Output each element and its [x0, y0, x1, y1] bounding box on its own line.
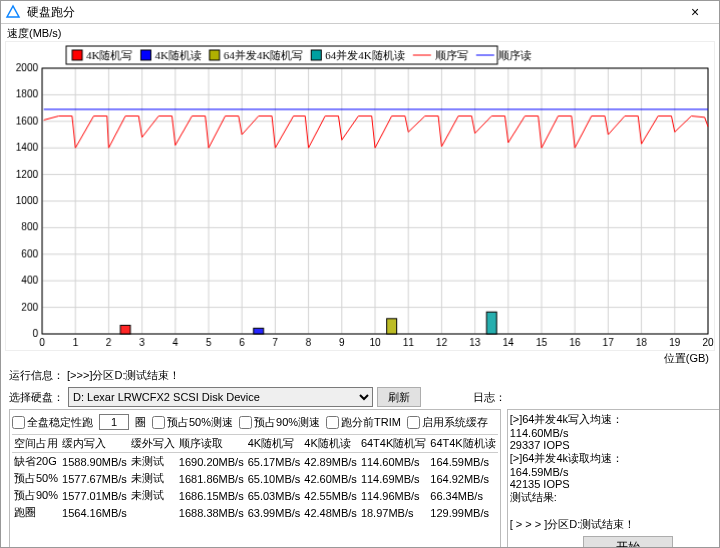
disk-label: 选择硬盘： [9, 390, 64, 405]
runinfo-row: 运行信息： [>>>]分区D:测试结束！ [5, 366, 715, 385]
table-row: 缺省20G1588.90MB/s未测试1690.20MB/s65.17MB/s4… [12, 453, 498, 471]
table-row: 预占90%1577.01MB/s未测试1686.15MB/s65.03MB/s4… [12, 487, 498, 504]
opt-p50[interactable]: 预占50%测速 [152, 415, 233, 430]
y-axis-label: 速度(MB/s) [5, 26, 715, 41]
opt-trim[interactable]: 跑分前TRIM [326, 415, 401, 430]
table-row: 预占50%1577.67MB/s未测试1681.86MB/s65.10MB/s4… [12, 470, 498, 487]
rounds-unit: 圈 [135, 415, 146, 430]
refresh-button[interactable]: 刷新 [377, 387, 421, 407]
col-header: 4K随机读 [302, 435, 359, 453]
runinfo-label: 运行信息： [9, 369, 64, 381]
titlebar: 硬盘跑分 × [1, 1, 719, 24]
log-label: 日志： [473, 390, 711, 405]
opt-p90[interactable]: 预占90%测速 [239, 415, 320, 430]
controls-panel: 全盘稳定性跑 圈 预占50%测速 预占90%测速 跑分前TRIM 启用系统缓存 … [9, 409, 501, 548]
col-header: 空间占用 [12, 435, 60, 453]
col-header: 64T4K随机读 [428, 435, 497, 453]
col-header: 4K随机写 [246, 435, 303, 453]
table-row: 跑圈1564.16MB/s1688.38MB/s63.99MB/s42.48MB… [12, 504, 498, 521]
opt-fulldisk[interactable]: 全盘稳定性跑 [12, 415, 93, 430]
app-icon [5, 4, 21, 20]
window-title: 硬盘跑分 [27, 4, 675, 21]
runinfo-text: [>>>]分区D:测试结束！ [67, 369, 180, 381]
x-axis-label: 位置(GB) [5, 351, 715, 366]
col-header: 顺序读取 [177, 435, 246, 453]
log-panel: [>]64并发4k写入均速： 114.60MB/s 29337 IOPS [>]… [507, 409, 720, 548]
log-box[interactable]: [>]64并发4k写入均速： 114.60MB/s 29337 IOPS [>]… [510, 412, 720, 532]
col-header: 64T4K随机写 [359, 435, 428, 453]
col-header: 缓内写入 [60, 435, 129, 453]
close-button[interactable]: × [675, 1, 715, 23]
results-table: 空间占用缓内写入缓外写入顺序读取4K随机写4K随机读64T4K随机写64T4K随… [12, 434, 498, 521]
disk-select[interactable]: D: Lexar LRWCFX2 SCSI Disk Device [68, 387, 373, 407]
chart-area [5, 41, 715, 351]
start-button[interactable]: 开始 [583, 536, 673, 548]
opt-syscache[interactable]: 启用系统缓存 [407, 415, 488, 430]
rounds-input[interactable] [99, 414, 129, 430]
col-header: 缓外写入 [129, 435, 177, 453]
